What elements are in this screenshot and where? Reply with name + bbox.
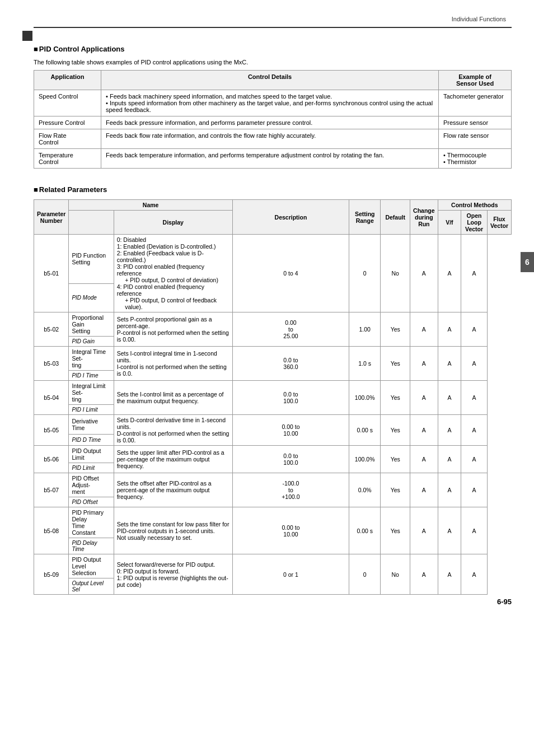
param-number: b5-03 <box>34 347 69 381</box>
details-col-header: Control Details <box>101 71 439 90</box>
param-change: No <box>381 235 410 312</box>
param-name: PID Output Limit <box>69 446 114 463</box>
param-vf: A <box>410 381 438 415</box>
param-range: 0.0 to100.0 <box>232 381 349 415</box>
param-open: A <box>438 446 461 473</box>
param-default: 0 <box>349 554 381 595</box>
pid-applications-section: PID Control Applications The following t… <box>34 45 512 169</box>
param-vf: A <box>410 473 438 507</box>
app-name: Flow RateControl <box>34 129 101 149</box>
app-details: • Feeds back machinery speed information… <box>101 90 439 116</box>
param-desc: Sets the offset after PID-control as a p… <box>114 473 232 507</box>
param-default: 1.0 s <box>349 347 381 381</box>
param-flux: A <box>461 554 488 595</box>
param-display: PID D Time <box>69 434 114 445</box>
param-desc: Sets the time constant for low pass filt… <box>114 507 232 554</box>
col-header-flux: FluxVector <box>487 211 511 235</box>
param-number: b5-06 <box>34 446 69 473</box>
app-name: Pressure Control <box>34 116 101 129</box>
param-default: 0.00 s <box>349 415 381 446</box>
col-header-default: Default <box>381 200 410 235</box>
sensor-col-header: Example ofSensor Used <box>439 71 512 90</box>
parameters-table: ParameterNumber Name Description Setting… <box>34 199 512 595</box>
param-desc: Sets P-control proportional gain as a pe… <box>114 312 232 347</box>
param-name: Integral Time Set-ting <box>69 347 114 371</box>
table-row: b5-06 PID Output Limit Sets the upper li… <box>34 446 512 463</box>
param-desc: Sets the I-control limit as a percentage… <box>114 381 232 415</box>
param-vf: A <box>410 554 438 595</box>
param-number: b5-09 <box>34 554 69 595</box>
param-name: PID Offset Adjust-ment <box>69 473 114 497</box>
param-open: A <box>438 415 461 446</box>
param-default: 0.0% <box>349 473 381 507</box>
params-section-title: Related Parameters <box>34 185 512 194</box>
param-flux: A <box>461 381 488 415</box>
col-header-open: OpenLoopVector <box>461 211 488 235</box>
param-number: b5-04 <box>34 381 69 415</box>
param-vf: A <box>410 446 438 473</box>
app-details: Feeds back flow rate information, and co… <box>101 129 439 149</box>
param-vf: A <box>410 347 438 381</box>
param-flux: A <box>461 473 488 507</box>
param-display: PID Offset <box>69 497 114 507</box>
param-number: b5-08 <box>34 507 69 554</box>
param-desc: Sets the upper limit after PID-control a… <box>114 446 232 473</box>
app-sensor: Pressure sensor <box>439 116 512 129</box>
param-vf: A <box>410 235 438 312</box>
param-open: A <box>438 507 461 554</box>
col-header-desc: Description <box>232 200 349 235</box>
param-desc: Sets D-control derivative time in 1-seco… <box>114 415 232 446</box>
param-range: 0.00 to10.00 <box>232 415 349 446</box>
param-range: 0.00 to10.00 <box>232 507 349 554</box>
param-change: Yes <box>381 415 410 446</box>
header-title: Individual Functions <box>452 16 506 22</box>
param-display: PID I Time <box>69 371 114 381</box>
applications-table: Application Control Details Example ofSe… <box>34 70 512 169</box>
param-display: PID Mode <box>69 283 114 312</box>
app-details: Feeds back pressure information, and per… <box>101 116 439 129</box>
param-name: PID Primary DelayTimeConstant <box>69 507 114 538</box>
param-desc: 0: Disabled 1: Enabled (Deviation is D-c… <box>114 235 232 312</box>
param-display: PID I Limit <box>69 405 114 415</box>
param-change: Yes <box>381 312 410 347</box>
param-flux: A <box>461 235 488 312</box>
pid-section-title: PID Control Applications <box>34 45 512 53</box>
param-range: -100.0to+100.0 <box>232 473 349 507</box>
param-display: PID Delay Time <box>69 538 114 554</box>
param-number: b5-02 <box>34 312 69 347</box>
param-open: A <box>438 347 461 381</box>
param-flux: A <box>461 507 488 554</box>
table-row: b5-04 Integral Limit Set-ting Sets the I… <box>34 381 512 405</box>
param-range: 0.0 to100.0 <box>232 446 349 473</box>
param-open: A <box>438 473 461 507</box>
param-range: 0 or 1 <box>232 554 349 595</box>
param-flux: A <box>461 446 488 473</box>
param-default: 0 <box>349 235 381 312</box>
table-row: Flow RateControl Feeds back flow rate in… <box>34 129 512 149</box>
col-header-vf: V/f <box>438 211 461 235</box>
section-marker <box>22 31 32 41</box>
param-flux: A <box>461 347 488 381</box>
param-display: PID Gain <box>69 337 114 347</box>
param-open: A <box>438 235 461 312</box>
param-number: b5-01 <box>34 235 69 312</box>
param-range: 0.0 to360.0 <box>232 347 349 381</box>
app-name: Speed Control <box>34 90 101 116</box>
table-row: Pressure Control Feeds back pressure inf… <box>34 116 512 129</box>
app-sensor: Tachometer generator <box>439 90 512 116</box>
app-details: Feeds back temperature information, and … <box>101 149 439 169</box>
page-number: 6-95 <box>497 598 512 606</box>
table-row: TemperatureControl Feeds back temperatur… <box>34 149 512 169</box>
param-name: Integral Limit Set-ting <box>69 381 114 405</box>
param-change: Yes <box>381 381 410 415</box>
col-header-param: ParameterNumber <box>34 200 69 235</box>
param-display: PID Limit <box>69 463 114 473</box>
param-flux: A <box>461 312 488 347</box>
section-number-sidebar: 6 <box>521 252 534 272</box>
param-number: b5-07 <box>34 473 69 507</box>
table-row: b5-01 PID FunctionSetting 0: Disabled 1:… <box>34 235 512 284</box>
col-header-change: ChangeduringRun <box>410 200 438 235</box>
param-number: b5-05 <box>34 415 69 446</box>
app-col-header: Application <box>34 71 101 90</box>
param-name: Derivative Time <box>69 415 114 435</box>
